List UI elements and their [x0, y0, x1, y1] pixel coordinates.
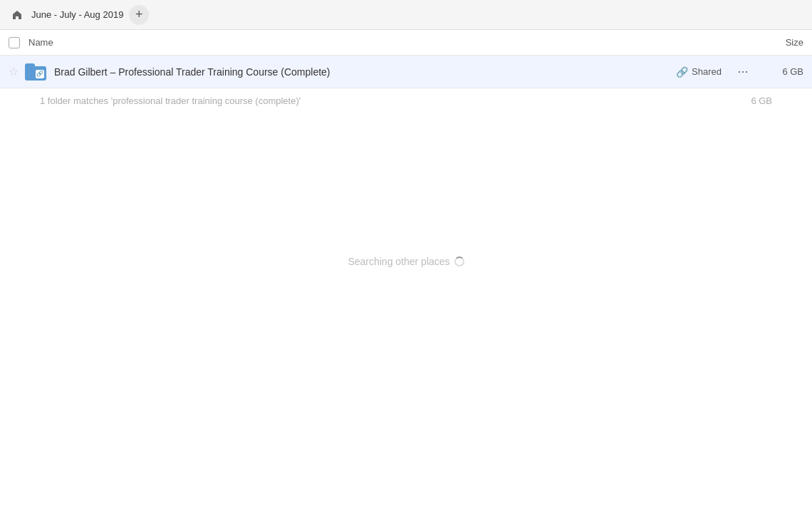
link-icon: 🔗 — [676, 66, 688, 78]
searching-text: Searching other places — [348, 256, 464, 267]
search-result-text: 1 folder matches 'professional trader tr… — [40, 95, 733, 106]
select-all-checkbox[interactable] — [9, 37, 20, 48]
file-name: Brad Gilbert – Professional Trader Train… — [54, 66, 676, 78]
shared-label: Shared — [692, 66, 722, 77]
file-size: 6 GB — [764, 66, 803, 77]
breadcrumb: June - July - Aug 2019 — [31, 9, 123, 20]
header-bar: June - July - Aug 2019 + — [0, 0, 812, 30]
searching-section: Searching other places — [0, 256, 812, 267]
more-options-button[interactable]: ··· — [733, 62, 753, 82]
select-all-checkbox-area[interactable] — [9, 37, 20, 48]
file-list-item[interactable]: ☆ Brad Gilbert – Professional Trader Tra… — [0, 56, 812, 88]
column-size-label: Size — [754, 37, 803, 48]
search-result-size: 6 GB — [733, 95, 772, 106]
folder-icon — [24, 61, 47, 83]
loading-spinner — [454, 256, 464, 266]
home-button[interactable] — [9, 6, 26, 24]
add-button[interactable]: + — [129, 5, 149, 25]
column-name-label: Name — [28, 37, 754, 48]
star-icon[interactable]: ☆ — [9, 65, 19, 78]
search-result-row: 1 folder matches 'professional trader tr… — [0, 88, 812, 113]
shared-badge: 🔗 Shared — [676, 66, 722, 78]
column-header: Name Size — [0, 30, 812, 56]
